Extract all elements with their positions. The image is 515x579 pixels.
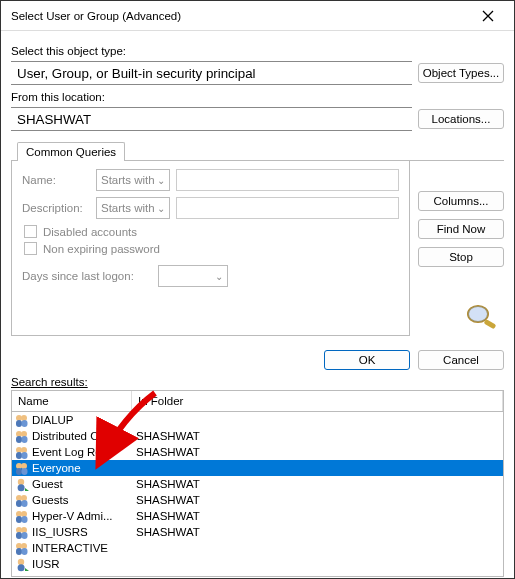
close-button[interactable] [468,2,508,30]
row-name: Guest [32,478,132,490]
queries-panel: Name: Starts with ⌄ Description: Starts … [11,161,410,336]
tab-common-queries[interactable]: Common Queries [17,142,125,161]
object-type-field[interactable] [11,61,412,85]
svg-rect-20 [18,484,25,491]
row-folder: SHASHWAT [132,510,501,522]
svg-rect-10 [22,436,28,443]
user-icon [14,557,30,572]
svg-rect-14 [22,452,28,459]
row-folder: SHASHWAT [132,446,501,458]
row-name: Hyper-V Admi... [32,510,132,522]
row-folder: SHASHWAT [132,526,501,538]
results-row[interactable]: IUSR [12,556,503,572]
column-header-name[interactable]: Name [12,391,132,411]
group-icon [14,461,30,476]
results-row[interactable]: GuestSHASHWAT [12,476,503,492]
group-icon [14,493,30,508]
non-expiring-checkbox: Non expiring password [24,242,399,255]
group-icon [14,445,30,460]
svg-rect-8 [16,436,22,443]
name-filter-input [176,169,399,191]
results-row[interactable]: Everyone [12,460,503,476]
svg-rect-36 [22,548,28,555]
search-results-label: Search results: [11,376,504,388]
row-name: IIS_IUSRS [32,526,132,538]
results-row[interactable]: INTERACTIVE [12,540,503,556]
svg-rect-16 [16,468,22,475]
name-filter-label: Name: [22,174,90,186]
row-name: Guests [32,494,132,506]
row-name: INTERACTIVE [32,542,132,554]
tab-strip: Common Queries [11,141,504,161]
group-icon [14,509,30,524]
results-row[interactable]: Event Log Re...SHASHWAT [12,444,503,460]
group-icon [14,429,30,444]
row-name: DIALUP [32,414,132,426]
dialog-window: Select User or Group (Advanced) Select t… [0,0,515,579]
days-since-logon-label: Days since last logon: [22,270,152,282]
cancel-button[interactable]: Cancel [418,350,504,370]
location-label: From this location: [11,91,504,103]
svg-rect-30 [16,532,22,539]
location-field[interactable] [11,107,412,131]
chevron-down-icon: ⌄ [157,175,165,186]
desc-filter-input [176,197,399,219]
row-name: Distributed C... [32,430,132,442]
dialog-title: Select User or Group (Advanced) [11,10,468,22]
svg-rect-38 [18,564,25,571]
side-button-column: Columns... Find Now Stop [418,191,504,267]
row-name: Everyone [32,462,132,474]
column-header-folder[interactable]: In Folder [132,391,503,411]
group-icon [14,525,30,540]
desc-match-combo: Starts with ⌄ [96,197,170,219]
svg-rect-34 [16,548,22,555]
object-type-label: Select this object type: [11,45,504,57]
group-icon [14,413,30,428]
svg-rect-26 [16,516,22,523]
ok-button[interactable]: OK [324,350,410,370]
close-icon [482,10,494,22]
svg-rect-2 [484,319,497,329]
results-header: Name In Folder [11,390,504,411]
title-bar: Select User or Group (Advanced) [1,1,514,31]
results-row[interactable]: IIS_IUSRSSHASHWAT [12,524,503,540]
svg-point-1 [468,306,488,322]
columns-button[interactable]: Columns... [418,191,504,211]
svg-rect-18 [22,468,28,475]
stop-button[interactable]: Stop [418,247,504,267]
name-match-combo: Starts with ⌄ [96,169,170,191]
days-since-logon-combo: ⌄ [158,265,228,287]
group-icon [14,541,30,556]
chevron-down-icon: ⌄ [157,203,165,214]
row-folder: SHASHWAT [132,494,501,506]
results-row[interactable]: GuestsSHASHWAT [12,492,503,508]
row-folder: SHASHWAT [132,430,501,442]
row-folder: SHASHWAT [132,478,501,490]
svg-rect-4 [16,420,22,427]
svg-rect-12 [16,452,22,459]
find-now-button[interactable]: Find Now [418,219,504,239]
user-icon [14,477,30,492]
locations-button[interactable]: Locations... [418,109,504,129]
results-list[interactable]: DIALUPDistributed C...SHASHWATEvent Log … [11,411,504,577]
checkbox-icon [24,225,37,238]
object-types-button[interactable]: Object Types... [418,63,504,83]
svg-rect-24 [22,500,28,507]
results-row[interactable]: Hyper-V Admi...SHASHWAT [12,508,503,524]
svg-rect-22 [16,500,22,507]
desc-filter-label: Description: [22,202,90,214]
checkbox-icon [24,242,37,255]
svg-rect-32 [22,532,28,539]
chevron-down-icon: ⌄ [215,271,223,282]
svg-rect-6 [22,420,28,427]
svg-rect-28 [22,516,28,523]
disabled-accounts-checkbox: Disabled accounts [24,225,399,238]
results-row[interactable]: DIALUP [12,412,503,428]
client-area: Select this object type: Object Types...… [1,31,514,579]
row-name: IUSR [32,558,132,570]
results-row[interactable]: Distributed C...SHASHWAT [12,428,503,444]
row-name: Event Log Re... [32,446,132,458]
magnifier-icon [464,303,498,333]
